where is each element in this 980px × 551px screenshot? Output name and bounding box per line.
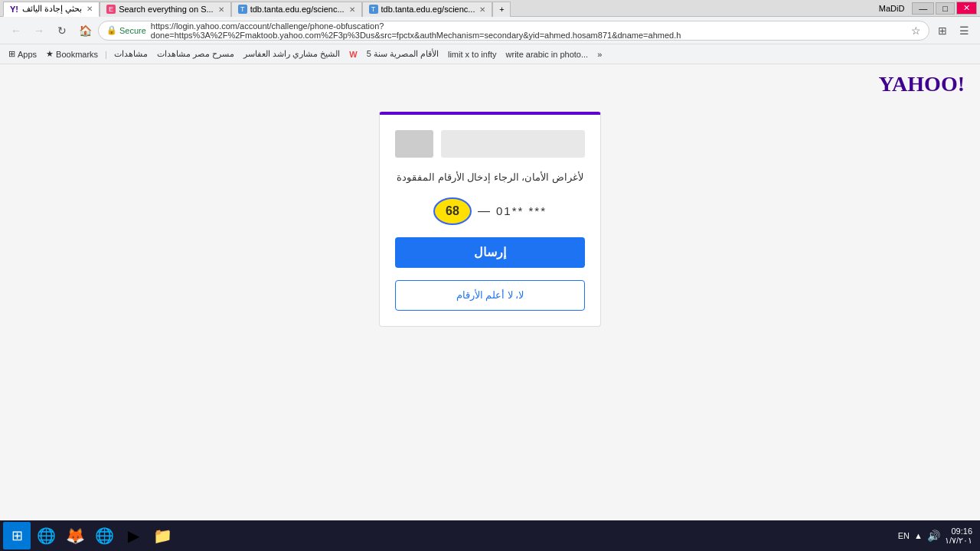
speaker-icon: 🔊 [927, 530, 940, 542]
more-icon: » [597, 50, 602, 59]
tab-favicon-1: Y! [10, 5, 19, 14]
close-button[interactable]: ✕ [956, 2, 977, 15]
bm-w-icon: W [349, 50, 357, 59]
back-button[interactable]: ← [6, 21, 26, 41]
auth-card: لأغراض الأمان، الرجاء إدخال الأرقام المف… [379, 112, 601, 327]
tab-label-1: بحثي إجادة اليائف [22, 4, 82, 14]
secure-label: Secure [119, 26, 146, 35]
bm-label: مسرح مصر مشاهدات [157, 49, 234, 59]
card-top [395, 130, 585, 158]
firefox-icon: 🦊 [66, 527, 85, 545]
main-content: YAHOO! لأغراض الأمان، الرجاء إدخال الأرق… [0, 64, 980, 520]
star-icon: ★ [46, 49, 54, 59]
bookmark-7[interactable]: write arabic in photo... [504, 50, 591, 59]
bookmark-6[interactable]: limit x to infty [446, 50, 499, 59]
taskbar-clock: 09:16 ١/٧/٢٠١ [945, 527, 972, 546]
start-button[interactable]: ⊞ [3, 522, 31, 549]
settings-button[interactable]: ☰ [954, 21, 974, 41]
tab-label-2: Search everything on S... [119, 5, 214, 14]
bookmarks-separator: | [105, 50, 107, 59]
user-label: MaDiD [873, 4, 911, 13]
phone-separator: — [478, 204, 490, 218]
extensions-button[interactable]: ⊞ [933, 21, 952, 41]
new-tab-button[interactable]: + [492, 2, 511, 17]
url-display: https://login.yahoo.com/account/challeng… [151, 21, 906, 40]
tab-close-1[interactable]: ✕ [87, 5, 93, 13]
tab-close-4[interactable]: ✕ [479, 5, 485, 14]
bookmark-star-icon[interactable]: ☆ [911, 24, 921, 37]
taskbar-app-4[interactable]: ▶ [119, 522, 147, 549]
tab-label-3: tdb.tanta.edu.eg/scienc... [250, 5, 345, 14]
taskbar-app-5[interactable]: 📁 [149, 522, 176, 549]
taskbar: ⊞ 🌐 🦊 🌐 ▶ 📁 EN ▲ 🔊 09:16 ١/٧/٢٠١ [0, 520, 980, 551]
bookmark-4[interactable]: W [347, 50, 359, 59]
bm-label: الشيخ مشاري راشد العفاسر [243, 49, 340, 59]
title-bar: Y! بحثي إجادة اليائف ✕ E Search everythi… [0, 0, 980, 17]
send-button[interactable]: إرسال [395, 237, 585, 268]
tab-favicon-3: T [238, 5, 247, 14]
time-display: 09:16 [951, 527, 972, 536]
tab-close-2[interactable]: ✕ [218, 5, 224, 14]
folder-icon: 📁 [153, 527, 172, 545]
new-tab-icon: + [499, 5, 504, 14]
phone-input-value: 68 [446, 204, 459, 218]
bookmark-more[interactable]: » [595, 50, 604, 59]
tab-1[interactable]: Y! بحثي إجادة اليائف ✕ [3, 2, 100, 17]
bookmark-3[interactable]: الشيخ مشاري راشد العفاسر [241, 49, 342, 59]
navigation-bar: ← → ↻ 🏠 🔒 Secure https://login.yahoo.com… [0, 17, 980, 44]
bookmark-5[interactable]: الأقام المصرية سنة 5 [364, 49, 441, 59]
chrome-icon: 🌐 [37, 527, 56, 545]
signal-icon: ▲ [914, 531, 923, 540]
nav-right-icons: ⊞ ☰ [933, 21, 974, 41]
tab-4[interactable]: T tdb.tanta.edu.eg/scienc... ✕ [362, 2, 493, 17]
phone-area: 01** *** — 68 [395, 197, 585, 225]
bookmarks-label: Bookmarks [56, 50, 98, 59]
bookmarks-bar: ⊞ Apps ★ Bookmarks | مشاهدات مسرح مصر مش… [0, 44, 980, 64]
minimize-button[interactable]: — [912, 2, 934, 15]
dont-know-button[interactable]: لا، لا أعلم الأرقام [395, 280, 585, 311]
lock-icon: 🔒 [106, 25, 117, 35]
bm-label: write arabic in photo... [506, 50, 589, 59]
start-icon: ⊞ [11, 527, 23, 544]
bookmark-bookmarks[interactable]: ★ Bookmarks [44, 49, 100, 59]
bookmark-apps[interactable]: ⊞ Apps [6, 49, 39, 59]
tabs-area: Y! بحثي إجادة اليائف ✕ E Search everythi… [3, 0, 873, 17]
maximize-button[interactable]: □ [936, 2, 955, 15]
bm-label: مشاهدات [114, 49, 148, 59]
phone-input[interactable]: 68 [433, 197, 472, 225]
media-icon: ▶ [128, 527, 139, 545]
taskbar-app-1[interactable]: 🌐 [32, 522, 60, 549]
bm-label: limit x to infty [448, 50, 497, 59]
user-avatar [395, 130, 433, 158]
tab-label-4: tdb.tanta.edu.eg/scienc... [381, 5, 475, 14]
yahoo-logo: YAHOO! [878, 72, 965, 96]
bookmark-2[interactable]: مسرح مصر مشاهدات [155, 49, 237, 59]
card-header-placeholder [441, 130, 585, 158]
forward-button[interactable]: → [29, 21, 49, 41]
refresh-button[interactable]: ↻ [52, 21, 72, 41]
taskbar-system-tray: EN ▲ 🔊 09:16 ١/٧/٢٠١ [893, 527, 977, 546]
window-controls: MaDiD — □ ✕ [873, 0, 977, 17]
language-indicator: EN [898, 531, 910, 540]
tab-favicon-4: T [369, 5, 378, 14]
taskbar-app-2[interactable]: 🦊 [61, 522, 89, 549]
bm-label: الأقام المصرية سنة 5 [367, 49, 439, 59]
apps-label: Apps [18, 50, 37, 59]
ie-icon: 🌐 [95, 527, 114, 545]
phone-mask: 01** *** [496, 204, 547, 217]
yahoo-header: YAHOO! [0, 64, 980, 104]
apps-grid-icon: ⊞ [8, 49, 15, 59]
taskbar-app-3[interactable]: 🌐 [90, 522, 118, 549]
tab-3[interactable]: T tdb.tanta.edu.eg/scienc... ✕ [231, 2, 362, 17]
bookmark-1[interactable]: مشاهدات [112, 49, 150, 59]
home-button[interactable]: 🏠 [75, 21, 95, 41]
tab-favicon-2: E [106, 5, 116, 14]
address-bar[interactable]: 🔒 Secure https://login.yahoo.com/account… [98, 21, 929, 41]
secure-badge: 🔒 Secure [106, 25, 146, 35]
tab-2[interactable]: E Search everything on S... ✕ [100, 2, 231, 17]
date-display: ١/٧/٢٠١ [945, 536, 972, 546]
instruction-text: لأغراض الأمان، الرجاء إدخال الأرقام المف… [397, 170, 583, 185]
tab-close-3[interactable]: ✕ [349, 5, 355, 14]
